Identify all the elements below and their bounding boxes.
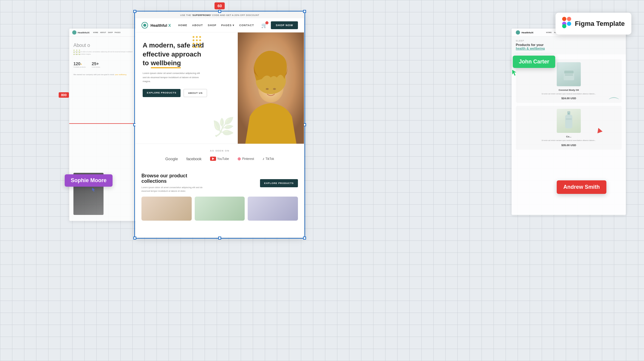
ghost-decorative-dots <box>73 50 80 55</box>
ghost-about-text: Lorem ipsum dolor sit amet, consectetur … <box>73 50 134 55</box>
svg-marker-0 <box>92 188 95 191</box>
product-cards-preview <box>141 197 298 221</box>
ghost-stats: 120+ Available products 25+ Local storie… <box>69 58 138 71</box>
ghost-logo: HealthfulX <box>72 30 90 35</box>
svg-point-5 <box>266 88 269 90</box>
ghost-stat-2: 25+ Local stories <box>92 61 100 68</box>
svg-rect-18 <box>567 22 571 26</box>
product-1-image <box>557 62 581 86</box>
ghost-nav: HealthfulX HOME ABOUT SHOP PAGES <box>69 29 138 37</box>
ghost-right-logo-text: HealthfulX <box>522 31 534 34</box>
pinterest-brand: ⊕ Pinterest <box>237 156 254 161</box>
products-header: Browse our product collections Lorem ips… <box>141 173 298 193</box>
cart-icon[interactable]: 🛒 1 <box>261 23 267 28</box>
product-2-desc: Ut enim ad minim veniam quis nostrud exe… <box>541 139 596 142</box>
ghost-stat2-label: Local stories <box>92 66 100 68</box>
products-title: Browse our product collections <box>141 173 208 184</box>
facebook-brand: facebook <box>186 157 201 161</box>
ghost-right-products: Coconut Body Oil Ut enim ad minim veniam… <box>512 54 626 158</box>
canvas: HealthfulX HOME ABOUT SHOP PAGES About o… <box>0 0 644 361</box>
ghost-wellbeing-link: your wellbeing <box>115 74 126 75</box>
nav-links: HOME ABOUT SHOP PAGES ▾ CONTACT <box>178 24 254 27</box>
svg-rect-15 <box>567 17 571 21</box>
ghost-right-product-2: Co... Ut enim ad minim veniam quis nostr… <box>516 106 622 149</box>
explore-products-button[interactable]: EXPLORE PRODUCTS <box>143 89 181 97</box>
frame-width-badge: 60 <box>215 2 225 9</box>
nav-pages[interactable]: PAGES ▾ <box>221 24 234 27</box>
ghost-wellbeing: We started our company with just one goa… <box>69 71 138 78</box>
john-carter-badge: John Carter <box>513 56 555 68</box>
logo-text: Healthful X <box>150 23 171 28</box>
promo-bar: USE THE 'SUPERPROMO' CODE AND GET A 20% … <box>135 12 304 18</box>
hero-buttons: EXPLORE PRODUCTS ABOUT US <box>143 89 231 97</box>
svg-rect-19 <box>562 24 566 28</box>
pinterest-icon: ⊕ <box>237 156 241 161</box>
hero-text-area: A modern, safe and effective approach to… <box>135 32 238 144</box>
ghost-wellbeing-text: We started our company with just one goa… <box>73 73 134 76</box>
ghost-right-logo: HealthfulX <box>516 30 534 35</box>
about-us-button[interactable]: ABOUT US <box>184 89 207 97</box>
svg-rect-7 <box>564 73 574 80</box>
nav-shop[interactable]: SHOP <box>208 24 216 27</box>
nav-about[interactable]: ABOUT <box>192 24 203 27</box>
product-card-2-preview <box>195 197 245 221</box>
product-2-image <box>557 109 581 133</box>
products-section: Browse our product collections Lorem ips… <box>135 167 304 225</box>
youtube-brand: YouTube <box>210 157 229 161</box>
shop-now-button[interactable]: SHOP NOW <box>271 21 298 29</box>
pinterest-text: Pinterest <box>242 157 254 161</box>
product-card-3-preview <box>248 197 298 221</box>
bottle-icon <box>563 111 575 131</box>
ghost-nav-home: HOME <box>93 32 98 33</box>
product-2-name: Co... <box>566 135 571 138</box>
ghost-cursor <box>92 187 97 193</box>
gr-nav-home: HOME <box>546 32 552 33</box>
cart-badge: 1 <box>265 21 268 24</box>
ghost-stat1-num: 120+ <box>73 61 86 66</box>
youtube-icon <box>210 157 216 161</box>
ghost-red-line <box>69 123 138 124</box>
svg-marker-20 <box>512 70 516 76</box>
ghost-stat1-label: Available products <box>73 66 86 68</box>
sophie-moore-badge: Sophie Moore <box>65 174 113 187</box>
explore-products-button-2[interactable]: EXPLORE PRODUCTS <box>260 179 298 187</box>
jar-icon <box>561 66 577 83</box>
ghost-nav-links: HOME ABOUT SHOP PAGES <box>93 32 121 33</box>
nav-contact[interactable]: CONTACT <box>239 24 254 27</box>
ghost-right-category: SLEEP <box>516 40 622 42</box>
ghost-nav-shop: SHOP <box>108 32 113 33</box>
logo-icon-inner <box>143 24 146 27</box>
product-1-desc: Ut enim ad minim veniam quis nostrud exe… <box>541 93 596 95</box>
ghost-right-logo-circle <box>516 30 520 35</box>
logo-icon <box>141 22 148 29</box>
svg-rect-12 <box>566 119 572 119</box>
hero-title: A modern, safe and effective approach to… <box>143 41 231 68</box>
google-brand: Google <box>165 157 178 161</box>
brands-row: Google facebook YouTube ⊕ Pinterest ♪ <box>141 156 298 161</box>
main-frame: 60 USE THE 'SUPERPROMO' CODE AND GET A 2… <box>135 12 304 237</box>
as-seen-on-section: AS SEEN ON Google facebook YouTube ⊕ Pin… <box>135 144 304 167</box>
ghost-nav-pages: PAGES <box>115 32 121 33</box>
product-card-1-preview <box>141 197 192 221</box>
figma-template-text: Figma Template <box>575 20 625 28</box>
decorative-ear-icon: ⌒ <box>608 95 620 111</box>
hero-section: A modern, safe and effective approach to… <box>135 32 304 144</box>
hero-woman-illustration <box>238 32 304 144</box>
hero-image <box>238 32 304 144</box>
site-nav: Healthful X HOME ABOUT SHOP PAGES ▾ CONT… <box>135 18 304 32</box>
john-carter-cursor <box>512 69 518 78</box>
hero-description: Lorem ipsum dolor sit amet consectetur a… <box>143 71 203 84</box>
product-1-price: $24.00 USD <box>561 97 576 100</box>
ghost-stat-1: 120+ Available products <box>73 61 86 68</box>
tiktok-text: TikTok <box>265 157 274 161</box>
svg-rect-14 <box>562 17 566 21</box>
tiktok-icon: ♪ <box>262 157 264 161</box>
youtube-play-icon <box>212 158 214 160</box>
nav-home[interactable]: HOME <box>178 24 187 27</box>
youtube-text: YouTube <box>217 157 229 161</box>
ghost-logo-circle <box>72 30 76 35</box>
promo-code: SUPERPROMO <box>193 14 211 17</box>
hero-highlight-word: wellbeing <box>151 59 181 68</box>
tiktok-brand: ♪ TikTok <box>262 157 274 161</box>
ghost-about-title: About o <box>73 43 134 48</box>
